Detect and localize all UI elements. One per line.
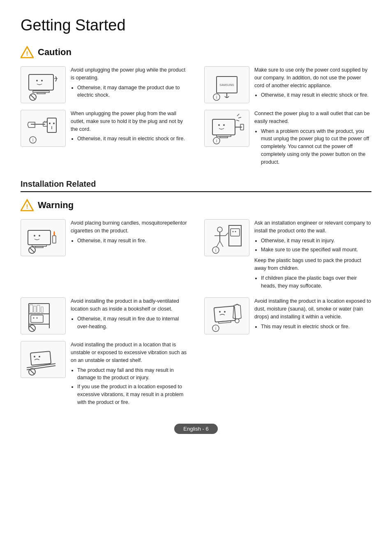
svg-rect-67	[34, 306, 36, 313]
svg-rect-15	[47, 118, 56, 132]
monitor-spark-svg: i	[208, 112, 245, 145]
caution-item-2-text: Make sure to use only the power cord sup…	[254, 66, 371, 100]
svg-point-16	[49, 123, 51, 124]
svg-rect-26	[220, 137, 228, 138]
install-item-3: Avoid installing the product in a badly-…	[21, 297, 188, 334]
page-footer: English - 6	[21, 424, 371, 434]
svg-text:i: i	[216, 95, 217, 100]
install-item-5: Avoid installing the product in a locati…	[21, 341, 188, 407]
svg-point-27	[218, 124, 220, 126]
svg-line-9	[30, 95, 35, 100]
svg-point-83	[39, 356, 40, 357]
caution-grid: Avoid unplugging the power plug while th…	[21, 66, 371, 167]
install-item-5-text: Avoid installing the product in a locati…	[71, 341, 188, 407]
svg-rect-68	[37, 305, 40, 313]
svg-text:i: i	[215, 248, 216, 253]
svg-text:!: !	[26, 203, 28, 210]
slanted-shelf-svg	[25, 343, 62, 376]
svg-rect-24	[212, 119, 235, 135]
page-title: Getting Started	[21, 16, 371, 34]
monitor-plug-danger-illus	[21, 66, 66, 103]
svg-line-55	[226, 233, 228, 236]
install-item-2: i Ask an installation engineer or releva…	[204, 219, 371, 291]
install-item-3-text: Avoid installing the product in a badly-…	[71, 297, 188, 332]
page-label: English - 6	[174, 424, 217, 434]
svg-point-64	[33, 318, 35, 319]
slanted-shelf-illus	[21, 341, 66, 378]
svg-line-30	[238, 117, 241, 118]
svg-line-45	[30, 248, 35, 253]
candle-monitor-svg	[25, 221, 62, 254]
svg-rect-40	[35, 246, 43, 248]
bookshelf-illus	[21, 297, 66, 334]
svg-line-80	[27, 366, 55, 370]
svg-text:i: i	[32, 138, 33, 142]
warning-header: ! Warning	[21, 199, 371, 212]
svg-point-74	[219, 311, 221, 313]
svg-line-85	[30, 369, 35, 374]
engineer-wall-illus: i	[204, 219, 249, 256]
caution-item-4-text: Connect the power plug to a wall outlet …	[254, 110, 371, 167]
svg-point-65	[37, 318, 38, 319]
installation-grid: Avoid placing burning candles, mosquitor…	[21, 219, 371, 407]
svg-rect-69	[41, 307, 43, 313]
plug-wall-illus: i	[21, 110, 66, 147]
warning-title: Warning	[38, 200, 74, 211]
caution-item-3-text: When unplugging the power plug from the …	[71, 110, 188, 144]
samsung-box-illus: SAMSUNG i	[204, 66, 249, 103]
svg-point-6	[41, 80, 43, 81]
caution-header: ! Caution	[21, 46, 371, 59]
svg-point-5	[36, 80, 38, 81]
install-item-4: i Avoid installing the product in a loca…	[204, 297, 371, 334]
svg-rect-63	[31, 315, 43, 322]
caution-icon: !	[21, 46, 34, 59]
monitor-plug-danger-svg	[25, 68, 62, 101]
bookshelf-svg	[25, 299, 62, 332]
caution-title: Caution	[38, 47, 71, 58]
svg-rect-38	[28, 230, 51, 245]
install-item-4-text: Avoid installing the product in a locati…	[254, 297, 371, 332]
warning-icon: !	[21, 199, 34, 212]
engineer-wall-svg: i	[208, 221, 245, 254]
svg-rect-2	[29, 74, 53, 90]
svg-point-49	[235, 231, 236, 232]
caution-item-3: i When unplugging the power plug from th…	[21, 110, 188, 167]
svg-text:i: i	[216, 139, 217, 143]
svg-point-17	[53, 123, 55, 124]
candle-monitor-illus	[21, 219, 66, 256]
svg-text:i: i	[215, 326, 216, 331]
svg-text:!: !	[26, 50, 28, 57]
caution-item-4: i Connect the power plug to a wall outle…	[204, 110, 371, 167]
bags-kids-svg: i	[208, 299, 245, 332]
svg-line-31	[236, 120, 239, 121]
svg-point-82	[34, 356, 35, 357]
svg-point-76	[235, 319, 239, 323]
svg-point-42	[39, 235, 40, 237]
monitor-spark-illus: i	[204, 110, 249, 147]
svg-line-29	[237, 114, 239, 116]
svg-line-54	[220, 241, 223, 247]
caution-item-2: SAMSUNG i Make sure to use only the powe…	[204, 66, 371, 103]
install-item-1: Avoid placing burning candles, mosquitor…	[21, 219, 188, 291]
svg-point-50	[217, 227, 222, 232]
svg-point-48	[233, 231, 234, 232]
installation-section: Installation Related ! Warning	[21, 179, 371, 407]
svg-point-28	[223, 124, 225, 126]
caution-item-1-text: Avoid unplugging the power plug while th…	[71, 66, 188, 100]
install-item-2-text: Ask an installation engineer or relevant…	[254, 219, 371, 291]
caution-item-1: Avoid unplugging the power plug while th…	[21, 66, 188, 103]
svg-rect-43	[53, 236, 56, 243]
svg-line-71	[30, 326, 35, 331]
svg-rect-4	[37, 93, 45, 94]
svg-point-75	[224, 311, 226, 313]
install-item-1-text: Avoid placing burning candles, mosquitor…	[71, 219, 188, 246]
svg-rect-81	[30, 351, 51, 365]
bags-kids-illus: i	[204, 297, 249, 334]
svg-text:SAMSUNG: SAMSUNG	[219, 83, 234, 86]
svg-rect-72	[214, 306, 236, 322]
installation-title: Installation Related	[21, 179, 371, 192]
samsung-box-svg: SAMSUNG i	[208, 68, 245, 101]
svg-point-41	[34, 235, 35, 237]
svg-line-53	[217, 241, 220, 247]
svg-rect-73	[219, 321, 231, 324]
